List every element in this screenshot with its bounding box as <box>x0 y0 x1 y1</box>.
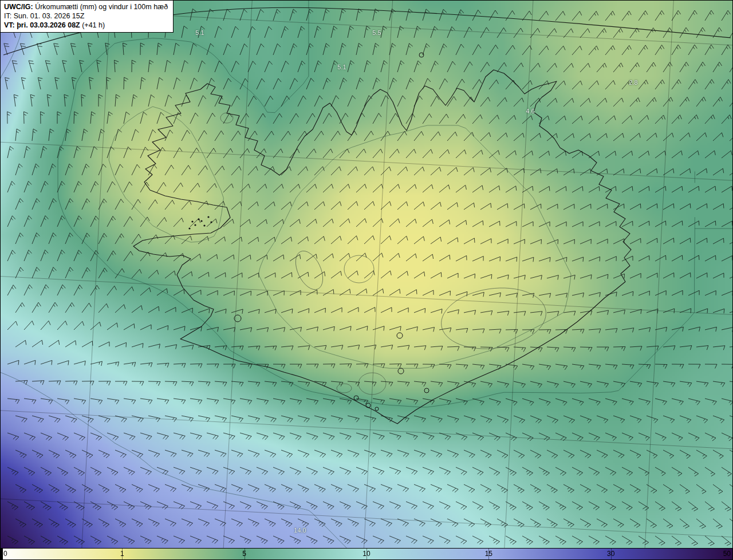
colorbar-label: 15 <box>485 550 492 558</box>
map-title: Úrkomumætti (mm) og vindur i 100m hæð <box>33 3 168 11</box>
colorbar-label: 0 <box>3 550 7 558</box>
model-name: UWC/IG: <box>4 3 33 11</box>
precipitation-field-canvas <box>0 0 733 549</box>
colorbar-label: 30 <box>607 550 614 558</box>
weather-map: 5.15.55.12.84.614.0 UWC/IG: Úrkomumætti … <box>0 0 733 560</box>
map-title-box: UWC/IG: Úrkomumætti (mm) og vindur i 100… <box>0 0 174 33</box>
colorbar-label: 50 <box>723 550 731 558</box>
valid-time: VT: þri. 03.03.2026 08Z (+41 h) <box>4 21 168 30</box>
colorbar: 01510153050 <box>0 548 733 560</box>
valid-time-offset: (+41 h) <box>80 21 105 29</box>
init-time: IT: Sun. 01. 03. 2026 15Z <box>4 11 168 21</box>
colorbar-label: 10 <box>362 550 370 558</box>
colorbar-label: 5 <box>242 550 246 558</box>
valid-time-main: VT: þri. 03.03.2026 08Z <box>4 21 80 29</box>
map-title-line: UWC/IG: Úrkomumætti (mm) og vindur i 100… <box>4 2 168 11</box>
colorbar-label: 1 <box>120 550 124 558</box>
